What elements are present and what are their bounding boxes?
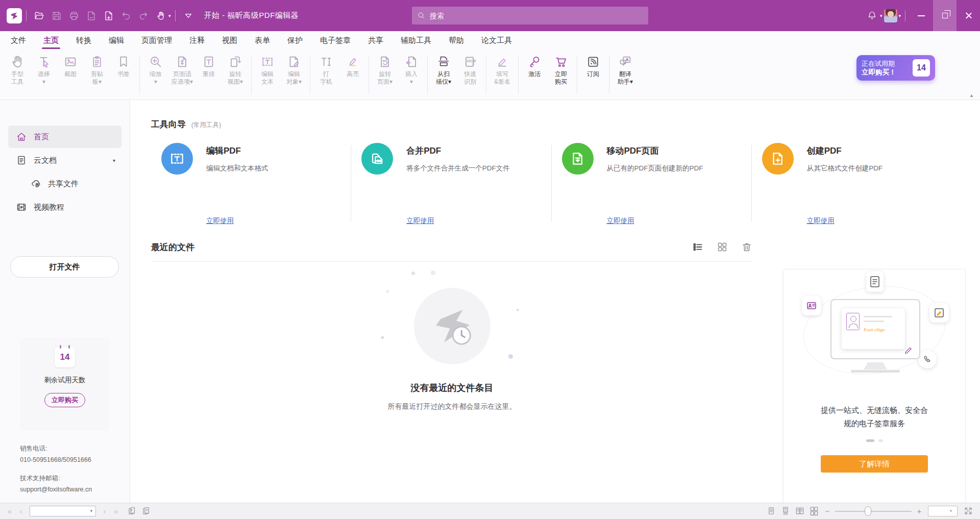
list-view-icon[interactable] (692, 241, 704, 253)
sidebar-item-cloud-docs[interactable]: 云文档 ▾ (8, 149, 121, 171)
ribbon-scroll-up-icon[interactable]: ▲ (969, 93, 974, 98)
continuous-view-icon[interactable] (780, 506, 792, 517)
tool-ocr[interactable]: OCR 快速 识别 (457, 54, 483, 86)
menu-accessibility[interactable]: 辅助工具 (392, 31, 440, 50)
menu-file[interactable]: 文件 (2, 31, 35, 50)
sidebar-item-video-tutorials[interactable]: 视频教程 (8, 196, 121, 218)
tool-snapshot[interactable]: 截图 (57, 54, 84, 78)
tool-typewriter[interactable]: 打 字机 (313, 54, 339, 86)
tool-hand[interactable]: 手型 工具 (4, 54, 31, 86)
sidebar-item-home[interactable]: 首页 (8, 126, 121, 148)
menu-view[interactable]: 视图 (213, 31, 246, 50)
next-view-icon[interactable] (141, 506, 152, 517)
support-email-value[interactable]: support@foxitsoftware.cn (20, 484, 92, 495)
carousel-dots[interactable] (783, 439, 965, 442)
hide-ribbon-icon[interactable] (182, 9, 195, 22)
notifications-bell-icon[interactable] (866, 9, 879, 22)
tool-select[interactable]: 选择 ▾ (31, 54, 57, 86)
tool-insert[interactable]: 插入 ▾ (398, 54, 425, 86)
card-move-pages[interactable]: 移动PDF页面 从已有的PDF页面创建新的PDF 立即使用 (552, 143, 751, 229)
card-edit-pdf[interactable]: 编辑PDF 编辑文档和文本格式 立即使用 (151, 143, 351, 229)
grid-view-icon[interactable] (716, 241, 728, 253)
zoom-out-icon[interactable]: − (822, 507, 833, 515)
new-document-icon[interactable] (102, 9, 115, 22)
prev-page-icon[interactable]: ‹ (15, 507, 27, 515)
tool-edit-text[interactable]: 编辑 文本 (254, 54, 281, 86)
search-input[interactable] (430, 12, 634, 20)
tool-rotate-page[interactable]: 旋转 页面▾ (372, 54, 398, 86)
menu-edit[interactable]: 编辑 (100, 31, 133, 50)
facing-continuous-view-icon[interactable] (809, 506, 820, 517)
tool-edit-object[interactable]: 编辑 对象▾ (281, 54, 307, 86)
page-number-box[interactable]: ▼ (30, 506, 96, 516)
cloud-docs-caret-icon[interactable]: ▾ (113, 158, 115, 163)
zoom-slider[interactable] (835, 511, 912, 512)
use-now-link[interactable]: 立即使用 (807, 216, 835, 226)
minimize-button[interactable] (910, 0, 933, 31)
zoom-level-input[interactable] (928, 508, 949, 515)
last-page-icon[interactable]: » (110, 507, 121, 515)
hand-tool-icon[interactable] (154, 9, 167, 22)
notifications-caret-icon[interactable]: ▾ (880, 13, 883, 18)
trial-badge[interactable]: 正在试用期 立即购买！ 14 (856, 55, 935, 81)
tool-bookmark[interactable]: 书签 (110, 54, 137, 78)
search-box[interactable] (412, 7, 648, 24)
use-now-link[interactable]: 立即使用 (206, 216, 234, 226)
menu-convert[interactable]: 转换 (67, 31, 100, 50)
use-now-link[interactable]: 立即使用 (607, 216, 634, 226)
close-document-icon[interactable] (85, 9, 98, 22)
restore-button[interactable] (933, 0, 957, 31)
menu-page-organize[interactable]: 页面管理 (133, 31, 181, 50)
menu-home[interactable]: 主页 (35, 31, 67, 50)
open-file-icon[interactable] (33, 9, 46, 22)
tool-subscribe[interactable]: 订阅 (580, 54, 606, 78)
hand-tool-caret-icon[interactable]: ▾ (168, 13, 171, 18)
facing-view-icon[interactable] (795, 506, 806, 517)
menu-esign[interactable]: 电子签章 (311, 31, 359, 50)
trash-icon[interactable] (741, 241, 753, 253)
page-box-caret-icon[interactable]: ▼ (89, 509, 95, 513)
card-create-pdf[interactable]: 创建PDF 从其它格式文件创建PDF 立即使用 (752, 143, 951, 229)
carousel-dot[interactable] (878, 439, 883, 442)
tool-page-fit[interactable]: 页面适 应选项▾ (169, 54, 195, 86)
card-merge-pdf[interactable]: 合并PDF 将多个文件合并生成一个PDF文件 立即使用 (351, 143, 551, 229)
first-page-icon[interactable]: « (4, 507, 15, 515)
menu-protect[interactable]: 保护 (279, 31, 311, 50)
menu-form[interactable]: 表单 (246, 31, 279, 50)
menu-share[interactable]: 共享 (359, 31, 392, 50)
close-button[interactable] (957, 0, 980, 31)
tool-scanner[interactable]: 从扫 描仪▾ (430, 54, 457, 86)
carousel-dot-active[interactable] (866, 439, 874, 442)
tool-translate[interactable]: A 翻译 助手▾ (612, 54, 639, 86)
menu-help[interactable]: 帮助 (440, 31, 473, 50)
tool-rotate-view[interactable]: 旋转 视图▾ (222, 54, 249, 86)
print-icon[interactable] (67, 9, 81, 22)
tool-zoom[interactable]: 缩放 ▾ (142, 54, 169, 86)
redo-icon[interactable] (137, 9, 150, 22)
tool-buy-now[interactable]: 立即 购买 (548, 54, 574, 86)
tool-reflow[interactable]: 重排 (195, 54, 222, 78)
zoom-box-caret-icon[interactable]: ▼ (949, 509, 953, 513)
zoom-level-box[interactable]: ▼ (928, 506, 958, 516)
open-file-button[interactable]: 打开文件 (10, 256, 119, 278)
zoom-in-icon[interactable]: + (914, 507, 925, 515)
save-icon[interactable] (50, 9, 63, 22)
tool-clipboard[interactable]: 剪贴 板▾ (84, 54, 110, 86)
next-page-icon[interactable]: › (99, 507, 110, 515)
menu-comment[interactable]: 注释 (181, 31, 213, 50)
menu-paper-tools[interactable]: 论文工具 (473, 31, 521, 50)
fit-screen-icon[interactable] (963, 506, 974, 517)
single-page-view-icon[interactable] (766, 506, 777, 517)
previous-view-icon[interactable] (127, 506, 138, 517)
learn-more-button[interactable]: 了解详情 (821, 455, 928, 473)
tool-fill-sign[interactable]: 填写 &签名 (489, 54, 516, 86)
avatar[interactable] (884, 9, 897, 22)
buy-now-button[interactable]: 立即购买 (44, 393, 85, 407)
tool-activate[interactable]: 激活 (521, 54, 548, 78)
use-now-link[interactable]: 立即使用 (406, 216, 434, 226)
page-number-input[interactable] (30, 508, 89, 515)
undo-icon[interactable] (119, 9, 133, 22)
tool-highlight[interactable]: 高亮 (339, 54, 366, 78)
sidebar-item-shared-files[interactable]: 共享文件 (8, 172, 121, 195)
zoom-slider-thumb[interactable] (865, 506, 871, 516)
